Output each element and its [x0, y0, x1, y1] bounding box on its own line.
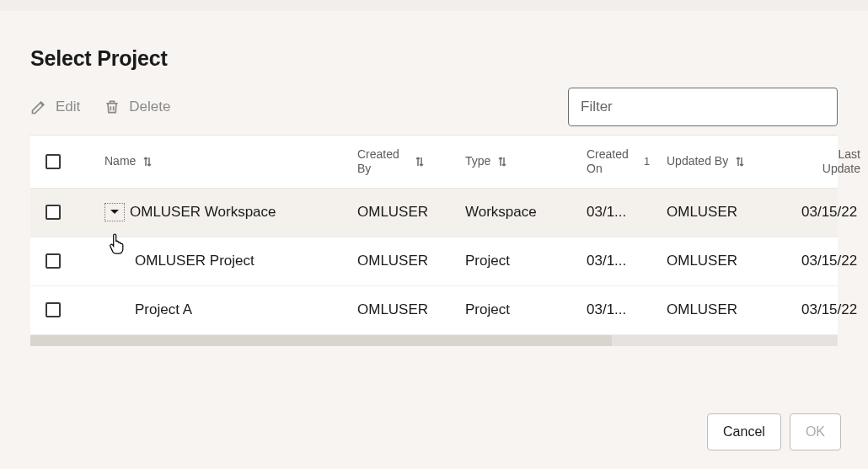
- checkbox-icon: [46, 302, 61, 317]
- row-type: Workspace: [453, 204, 575, 221]
- edit-button[interactable]: Edit: [30, 99, 80, 115]
- row-checkbox[interactable]: [30, 253, 93, 269]
- col-created-on[interactable]: Created On 1: [575, 147, 655, 176]
- col-updated-by[interactable]: Updated By: [655, 154, 790, 168]
- checkbox-icon: [46, 154, 61, 169]
- toolbar: Edit Delete: [0, 81, 868, 135]
- row-name-cell[interactable]: OMLUSER Workspace: [93, 203, 346, 221]
- col-name[interactable]: Name: [93, 154, 346, 168]
- table-row[interactable]: Project AOMLUSERProject03/1...OMLUSER03/…: [30, 286, 838, 335]
- table-body: OMLUSER WorkspaceOMLUSERWorkspace03/1...…: [30, 189, 838, 335]
- row-name: OMLUSER Workspace: [130, 204, 276, 221]
- window-top-strip: [0, 0, 868, 11]
- row-last-update: 03/15/22: [790, 301, 865, 318]
- row-name: Project A: [135, 301, 192, 318]
- row-created-on: 03/1...: [575, 253, 655, 269]
- col-updated-by-label: Updated By: [667, 154, 728, 168]
- row-created-by: OMLUSER: [346, 204, 453, 221]
- pencil-icon: [30, 99, 47, 115]
- table-header: Name Created By Type Created On 1: [30, 136, 838, 189]
- dialog-root: Select Project Edit Delete Name: [0, 11, 868, 346]
- trash-icon: [104, 98, 121, 116]
- horizontal-scrollbar[interactable]: [30, 335, 838, 346]
- row-last-update: 03/15/22: [790, 204, 865, 221]
- ok-button[interactable]: OK: [790, 413, 841, 450]
- row-name-cell[interactable]: OMLUSER Project: [93, 253, 346, 269]
- filter-input[interactable]: [568, 88, 838, 126]
- checkbox-icon: [46, 253, 61, 269]
- row-checkbox[interactable]: [30, 302, 93, 317]
- sort-icon: [142, 156, 153, 168]
- project-table: Name Created By Type Created On 1: [30, 135, 838, 335]
- col-type-label: Type: [465, 154, 490, 168]
- col-last-update[interactable]: Last Update: [790, 147, 865, 176]
- row-created-on: 03/1...: [575, 204, 655, 221]
- expand-toggle[interactable]: [104, 203, 125, 221]
- delete-label: Delete: [129, 99, 170, 115]
- col-name-label: Name: [104, 154, 136, 168]
- dialog-footer: Cancel OK: [707, 413, 841, 450]
- row-updated-by: OMLUSER: [655, 204, 790, 221]
- row-created-by: OMLUSER: [346, 253, 453, 269]
- table-row[interactable]: OMLUSER ProjectOMLUSERProject03/1...OMLU…: [30, 237, 838, 286]
- col-created-by-label: Created By: [357, 147, 408, 176]
- row-name-cell[interactable]: Project A: [93, 301, 346, 318]
- row-created-by: OMLUSER: [346, 301, 453, 318]
- table-row[interactable]: OMLUSER WorkspaceOMLUSERWorkspace03/1...…: [30, 189, 838, 237]
- row-checkbox[interactable]: [30, 205, 93, 220]
- row-type: Project: [453, 301, 575, 318]
- edit-label: Edit: [56, 99, 80, 115]
- caret-down-icon: [110, 209, 120, 216]
- col-created-on-label: Created On: [587, 147, 637, 176]
- sort-icon: [415, 156, 425, 168]
- scrollbar-thumb[interactable]: [30, 335, 612, 346]
- sort-icon: [735, 156, 745, 168]
- page-title: Select Project: [0, 21, 868, 81]
- cancel-button[interactable]: Cancel: [707, 413, 781, 450]
- row-created-on: 03/1...: [575, 301, 655, 318]
- row-name: OMLUSER Project: [135, 253, 255, 269]
- row-updated-by: OMLUSER: [655, 301, 790, 318]
- sort-priority-badge: 1: [644, 155, 650, 168]
- row-updated-by: OMLUSER: [655, 253, 790, 269]
- col-created-by[interactable]: Created By: [346, 147, 453, 176]
- delete-button[interactable]: Delete: [104, 98, 170, 116]
- col-type[interactable]: Type: [453, 154, 575, 168]
- col-select-all[interactable]: [30, 154, 93, 169]
- row-type: Project: [453, 253, 575, 269]
- row-last-update: 03/15/22: [790, 253, 865, 269]
- col-last-update-label: Last Update: [801, 147, 860, 176]
- checkbox-icon: [46, 205, 61, 220]
- sort-icon: [497, 156, 507, 168]
